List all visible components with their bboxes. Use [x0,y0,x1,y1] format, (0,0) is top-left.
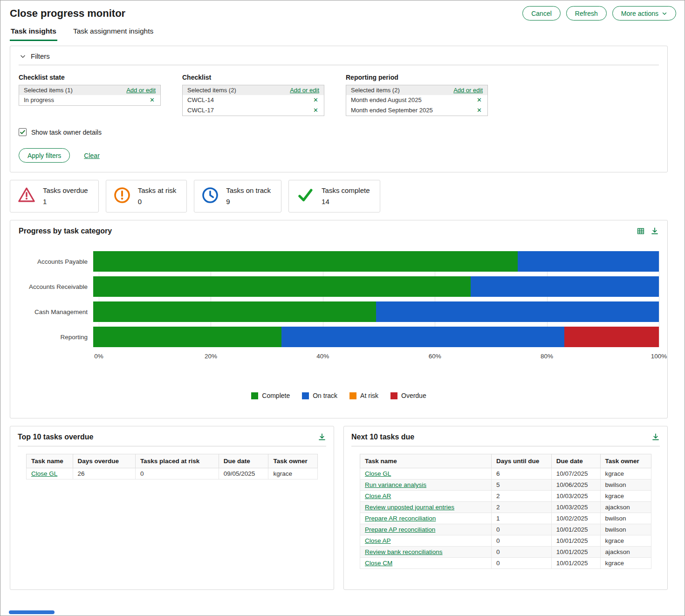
clear-filters-link[interactable]: Clear [84,152,99,159]
selected-item: Month ended September 2025✕ [346,105,487,116]
task-name-link[interactable]: Close GL [31,470,57,477]
chart-row: Accounts Receivable [19,276,659,297]
tab-bar: Task insights Task assignment insights [0,23,685,41]
table-cell: 10/03/2025 [551,502,600,513]
download-icon[interactable] [318,433,326,441]
chevron-down-icon [20,53,26,60]
legend-item: At risk [349,392,378,399]
task-name-link[interactable]: Run variance analysis [365,481,426,488]
tab-task-insights[interactable]: Task insights [10,23,57,41]
axis-tick-label: 40% [316,353,329,360]
download-icon[interactable] [651,227,659,235]
stat-text: Tasks at risk0 [138,186,177,205]
column-header: Task name [360,454,492,468]
table-cell: 0 [492,535,552,547]
column-header: Task name [27,454,73,468]
table-cell: 2 [492,502,552,513]
check-icon [296,187,314,203]
task-name-link[interactable]: Review unposted journal entries [365,504,454,511]
due-tasks-panel: Next 10 tasks due Task nameDays until du… [343,426,668,590]
remove-item-icon[interactable]: ✕ [149,97,156,103]
task-name-link[interactable]: Close AR [365,493,391,500]
table-cell: ajackson [600,502,651,513]
selected-items-header: Selected items (2)Add or edit [346,85,487,95]
table-cell: Close CM [360,558,492,569]
chart-bar [93,327,659,347]
table-cell: 0 [492,524,552,535]
table-row: Prepare AR reconciliation110/02/2025bwil… [360,513,651,524]
table-cell: 26 [73,468,135,479]
add-or-edit-link[interactable]: Add or edit [126,87,156,94]
table-cell: 09/05/2025 [219,468,268,479]
chart-row: Reporting [19,327,659,347]
stat-card: Tasks complete14 [288,180,380,212]
table-cell: 1 [492,513,552,524]
stat-label: Tasks overdue [43,186,88,194]
chart-plot-area: Accounts PayableAccounts ReceivableCash … [19,251,659,347]
selected-item: In progress✕ [19,95,160,105]
legend-swatch [251,392,258,399]
table-row: Close CM010/01/2025kgrace [360,558,651,569]
show-task-owner-label: Show task owner details [31,129,102,136]
overdue-panel-title: Top 10 tasks overdue [18,433,93,441]
task-name-link[interactable]: Prepare AP reconciliation [365,526,435,533]
filter-actions: Apply filters Clear [19,148,659,163]
show-task-owner-checkbox[interactable]: Show task owner details [19,128,102,136]
chart-segment-complete [93,301,376,322]
table-cell: 10/06/2025 [551,479,600,491]
apply-filters-button[interactable]: Apply filters [19,148,70,163]
task-name-link[interactable]: Close AP [365,537,391,544]
refresh-button[interactable]: Refresh [566,6,607,21]
remove-item-icon[interactable]: ✕ [312,107,319,113]
horizontal-scrollbar-thumb[interactable] [9,610,55,614]
legend-label: Overdue [401,392,426,399]
table-view-icon[interactable] [637,227,645,235]
task-name-link[interactable]: Close CM [365,560,392,567]
table-cell: 5 [492,479,552,491]
filter-group-label: Reporting period [346,74,488,81]
filters-collapse-toggle[interactable]: Filters [19,46,659,65]
exclamation-circle-icon [114,187,130,204]
chart-segment-overdue [564,327,659,347]
axis-tick-label: 0% [94,353,103,360]
header-actions: Cancel Refresh More actions [522,6,676,21]
selected-items-header: Selected items (1)Add or edit [19,85,160,95]
legend-label: Complete [262,392,290,399]
tab-task-assignment-insights[interactable]: Task assignment insights [72,23,154,41]
add-or-edit-link[interactable]: Add or edit [290,87,319,94]
bottom-tables: Top 10 tasks overdue Task nameDays overd… [10,426,668,590]
task-name-link[interactable]: Prepare AR reconciliation [365,515,436,522]
chart-category-label: Reporting [19,334,93,341]
overdue-tasks-table: Task nameDays overdueTasks placed at ris… [26,454,318,479]
chart-row: Cash Management [19,301,659,322]
column-header: Task owner [268,454,318,468]
table-header-row: Task nameDays overdueTasks placed at ris… [27,454,318,468]
selected-items-count: Selected items (1) [24,87,73,94]
task-name-link[interactable]: Close GL [365,470,391,477]
legend-item: Overdue [390,392,426,399]
more-actions-button[interactable]: More actions [612,6,676,21]
progress-chart-panel: Progress by task category Accounts Payab… [10,220,668,418]
add-or-edit-link[interactable]: Add or edit [453,87,483,94]
remove-item-icon[interactable]: ✕ [476,107,483,113]
table-cell: 0 [492,558,552,569]
chart-row: Accounts Payable [19,251,659,272]
column-header: Due date [219,454,268,468]
download-icon[interactable] [651,433,660,441]
selected-item: Month ended August 2025✕ [346,95,487,105]
selected-items-box: Selected items (2)Add or editMonth ended… [346,85,488,116]
selected-items-count: Selected items (2) [187,87,236,94]
table-cell: Close GL [27,468,73,479]
selected-items-box: Selected items (2)Add or editCWCL-14✕CWC… [182,85,324,116]
legend-swatch [302,392,309,399]
more-actions-label: More actions [621,10,658,17]
selected-items-box: Selected items (1)Add or editIn progress… [19,85,161,106]
cancel-button[interactable]: Cancel [522,6,561,21]
stat-value: 1 [43,198,88,205]
remove-item-icon[interactable]: ✕ [312,97,319,103]
remove-item-icon[interactable]: ✕ [476,97,483,103]
legend-swatch [349,392,356,399]
selected-item-label: CWCL-17 [187,107,214,114]
task-name-link[interactable]: Review bank reconciliations [365,548,443,555]
legend-item: On track [302,392,337,399]
